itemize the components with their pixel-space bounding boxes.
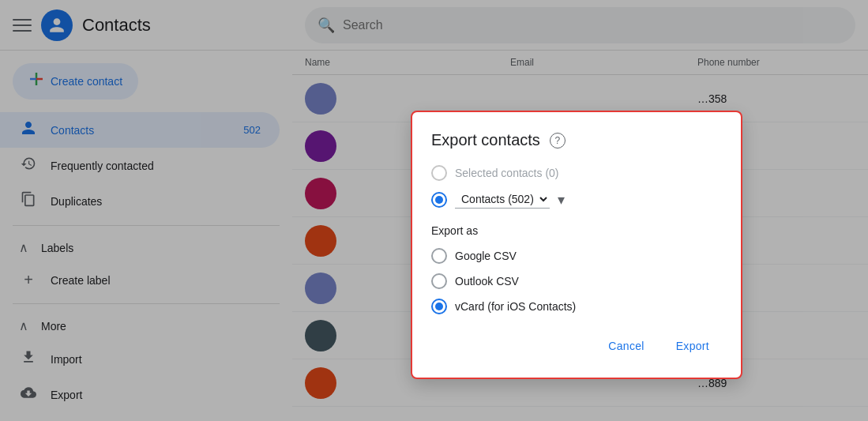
dialog-actions: Cancel Export — [431, 333, 722, 359]
radio-contacts[interactable]: Contacts (502) ▾ — [431, 190, 722, 209]
radio-vcard-label: vCard (for iOS Contacts) — [455, 300, 576, 313]
radio-selected-contacts-label: Selected contacts (0) — [455, 167, 559, 179]
export-dialog: Export contacts ? Selected contacts (0) … — [411, 111, 742, 379]
export-as-label: Export as — [431, 224, 722, 237]
export-button[interactable]: Export — [663, 333, 722, 359]
radio-contacts-circle — [431, 192, 447, 208]
radio-vcard-circle — [431, 299, 447, 314]
radio-google-csv-circle — [431, 248, 447, 264]
radio-google-csv-label: Google CSV — [455, 250, 517, 262]
radio-google-csv[interactable]: Google CSV — [431, 248, 722, 264]
radio-selected-contacts[interactable]: Selected contacts (0) — [431, 165, 722, 181]
radio-outlook-csv-label: Outlook CSV — [455, 275, 519, 288]
contacts-select-row: Contacts (502) ▾ — [455, 190, 565, 209]
dialog-title-text: Export contacts — [431, 131, 540, 149]
dialog-title: Export contacts ? — [431, 131, 722, 149]
export-format-group: Google CSV Outlook CSV vCard (for iOS Co… — [431, 248, 722, 314]
cancel-button[interactable]: Cancel — [596, 333, 656, 359]
contacts-dropdown[interactable]: Contacts (502) — [455, 190, 550, 209]
help-icon[interactable]: ? — [550, 133, 566, 148]
radio-outlook-csv-circle — [431, 273, 447, 289]
radio-selected-contacts-circle — [431, 165, 447, 181]
radio-vcard[interactable]: vCard (for iOS Contacts) — [431, 299, 722, 314]
radio-outlook-csv[interactable]: Outlook CSV — [431, 273, 722, 289]
export-source-group: Selected contacts (0) Contacts (502) ▾ — [431, 165, 722, 209]
dropdown-arrow-icon: ▾ — [558, 191, 565, 209]
